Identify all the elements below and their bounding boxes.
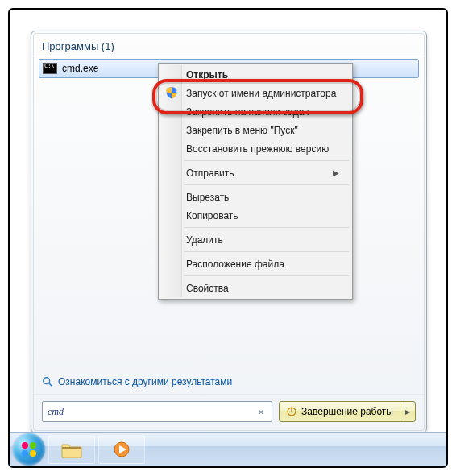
taskbar-media-player[interactable]	[98, 435, 145, 464]
svg-rect-8	[62, 447, 81, 449]
svg-point-0	[44, 378, 50, 384]
result-label: cmd.exe	[62, 63, 98, 74]
ctx-cut[interactable]: Вырезать	[160, 188, 350, 206]
cmd-icon	[43, 63, 57, 74]
ctx-label: Закрепить на панели задач	[186, 106, 309, 118]
search-box[interactable]: ×	[42, 401, 272, 422]
more-results-label: Ознакомиться с другими результатами	[58, 376, 232, 387]
svg-point-5	[30, 442, 36, 449]
uac-shield-icon	[165, 86, 178, 99]
svg-point-7	[30, 450, 36, 457]
shutdown-menu-arrow[interactable]: ▸	[400, 402, 415, 421]
ctx-pin-start[interactable]: Закрепить в меню "Пуск"	[160, 121, 350, 139]
ctx-open-location[interactable]: Расположение файла	[160, 255, 350, 273]
ctx-label: Удалить	[186, 234, 223, 246]
ctx-copy[interactable]: Копировать	[160, 206, 350, 225]
clear-search-button[interactable]: ×	[254, 406, 268, 418]
ctx-separator	[184, 251, 349, 252]
svg-point-4	[22, 442, 28, 449]
explorer-icon	[60, 441, 83, 458]
ctx-properties[interactable]: Свойства	[160, 279, 350, 297]
programs-header: Программы (1)	[34, 34, 424, 56]
power-icon	[286, 406, 297, 417]
shutdown-button[interactable]: Завершение работы	[280, 402, 400, 421]
ctx-restore-previous[interactable]: Восстановить прежнюю версию	[160, 139, 350, 158]
ctx-open-label: Открыть	[186, 69, 228, 81]
shutdown-split-button: Завершение работы ▸	[279, 401, 416, 422]
ctx-separator	[184, 184, 349, 185]
ctx-separator	[184, 275, 349, 276]
ctx-open[interactable]: Открыть	[160, 65, 350, 84]
svg-point-6	[22, 450, 28, 457]
ctx-label: Отправить	[186, 168, 234, 179]
submenu-arrow-icon: ▶	[333, 168, 339, 177]
svg-line-1	[49, 383, 52, 387]
see-more-results-link[interactable]: Ознакомиться с другими результатами	[34, 370, 424, 394]
ctx-label: Свойства	[186, 283, 229, 294]
start-button[interactable]	[13, 433, 45, 466]
ctx-delete[interactable]: Удалить	[160, 230, 350, 249]
ctx-run-as-admin[interactable]: Запуск от имени администратора	[160, 84, 350, 102]
ctx-separator	[184, 227, 349, 228]
context-menu: Открыть Запуск от имени администратора З…	[158, 63, 353, 300]
search-input[interactable]	[46, 405, 254, 419]
ctx-run-as-admin-label: Запуск от имени администратора	[186, 88, 336, 99]
ctx-label: Закрепить в меню "Пуск"	[186, 125, 298, 136]
media-player-icon	[110, 441, 133, 458]
search-icon	[42, 376, 53, 387]
ctx-label: Вырезать	[186, 192, 229, 203]
ctx-separator	[184, 160, 349, 161]
ctx-label: Расположение файла	[186, 259, 284, 270]
ctx-label: Копировать	[186, 210, 238, 221]
shutdown-label: Завершение работы	[301, 406, 393, 417]
taskbar	[10, 432, 446, 466]
ctx-send-to[interactable]: Отправить▶	[160, 163, 350, 182]
bottom-bar: × Завершение работы ▸	[34, 394, 424, 430]
taskbar-explorer[interactable]	[48, 435, 95, 464]
ctx-pin-taskbar[interactable]: Закрепить на панели задач	[160, 102, 350, 121]
ctx-label: Восстановить прежнюю версию	[186, 143, 329, 155]
